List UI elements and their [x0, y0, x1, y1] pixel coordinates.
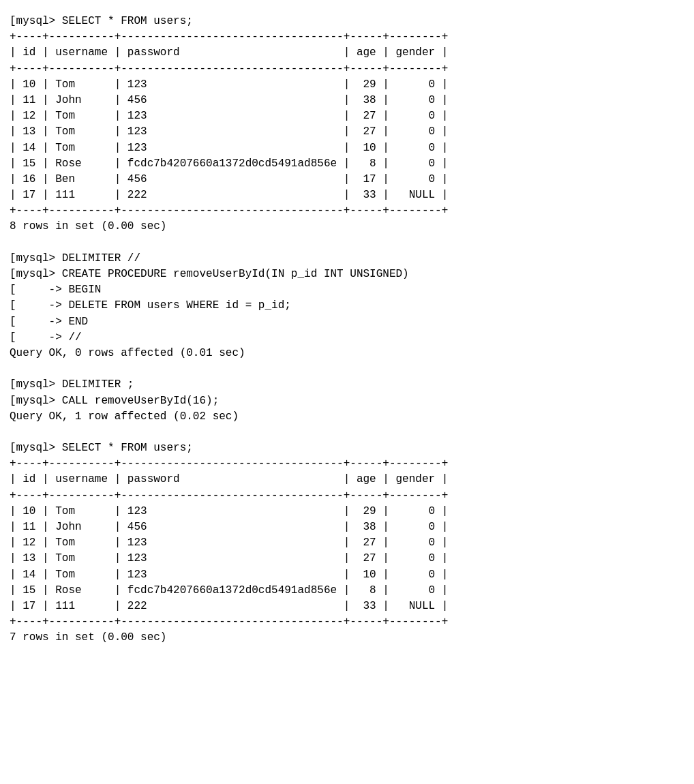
terminal-line: [10, 235, 684, 251]
terminal-line: | 12 | Tom | 123 | 27 | 0 |: [10, 108, 684, 124]
terminal-line: | 15 | Rose | fcdc7b4207660a1372d0cd5491…: [10, 156, 684, 172]
terminal-line: +----+----------+-----------------------…: [10, 203, 684, 219]
terminal-line: [mysql> SELECT * FROM users;: [10, 440, 684, 456]
terminal-line: Query OK, 1 row affected (0.02 sec): [10, 409, 684, 425]
terminal-output: [mysql> SELECT * FROM users;+----+------…: [0, 7, 694, 653]
terminal-line: 8 rows in set (0.00 sec): [10, 219, 684, 235]
terminal-line: | 13 | Tom | 123 | 27 | 0 |: [10, 551, 684, 567]
terminal-line: | 16 | Ben | 456 | 17 | 0 |: [10, 172, 684, 187]
terminal-line: | 14 | Tom | 123 | 10 | 0 |: [10, 567, 684, 583]
terminal-line: | id | username | password | age | gende…: [10, 45, 684, 61]
terminal-line: [ -> BEGIN: [10, 282, 684, 298]
terminal-line: | 14 | Tom | 123 | 10 | 0 |: [10, 140, 684, 156]
terminal-line: | 12 | Tom | 123 | 27 | 0 |: [10, 535, 684, 551]
terminal-line: | 10 | Tom | 123 | 29 | 0 |: [10, 77, 684, 93]
terminal-line: [mysql> DELIMITER //: [10, 251, 684, 267]
terminal-line: | 10 | Tom | 123 | 29 | 0 |: [10, 504, 684, 519]
terminal-line: [10, 361, 684, 377]
terminal-line: | id | username | password | age | gende…: [10, 472, 684, 487]
terminal-line: +----+----------+-----------------------…: [10, 614, 684, 630]
terminal-line: Query OK, 0 rows affected (0.01 sec): [10, 346, 684, 361]
terminal-line: [mysql> CREATE PROCEDURE removeUserById(…: [10, 267, 684, 282]
terminal-line: +----+----------+-----------------------…: [10, 456, 684, 472]
terminal-line: | 15 | Rose | fcdc7b4207660a1372d0cd5491…: [10, 583, 684, 599]
terminal-line: [mysql> CALL removeUserById(16);: [10, 393, 684, 409]
terminal-line: | 11 | John | 456 | 38 | 0 |: [10, 519, 684, 535]
terminal-line: [mysql> DELIMITER ;: [10, 377, 684, 393]
terminal-line: [10, 425, 684, 440]
terminal-line: +----+----------+-----------------------…: [10, 29, 684, 45]
terminal-line: | 17 | 111 | 222 | 33 | NULL |: [10, 187, 684, 203]
terminal-line: [ -> DELETE FROM users WHERE id = p_id;: [10, 298, 684, 314]
terminal-line: | 13 | Tom | 123 | 27 | 0 |: [10, 124, 684, 140]
terminal-line: [mysql> SELECT * FROM users;: [10, 14, 684, 29]
terminal-line: +----+----------+-----------------------…: [10, 61, 684, 77]
terminal-line: [ -> END: [10, 314, 684, 330]
terminal-line: | 11 | John | 456 | 38 | 0 |: [10, 93, 684, 108]
terminal-line: | 17 | 111 | 222 | 33 | NULL |: [10, 599, 684, 614]
terminal-line: +----+----------+-----------------------…: [10, 488, 684, 504]
terminal-line: 7 rows in set (0.00 sec): [10, 630, 684, 646]
terminal-line: [ -> //: [10, 330, 684, 346]
